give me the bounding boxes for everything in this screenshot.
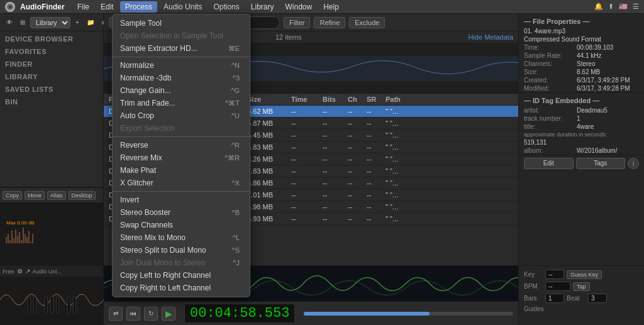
menu-stereo-mix-mono[interactable]: Stereo Mix to Mono ^L	[113, 231, 250, 244]
loop-transport-btn[interactable]: ↻	[144, 307, 158, 321]
guess-key-btn[interactable]: Guess Key	[567, 270, 602, 279]
title-value: 4ware	[577, 123, 639, 130]
samplerate-value: 44.1 kHz	[577, 52, 639, 59]
menu-open-selection: Open Selection in Sample Tool	[113, 30, 250, 42]
sidebar-section-favorites: FAVORITES	[0, 44, 103, 57]
menu-options[interactable]: Options	[208, 1, 244, 13]
svg-point-1	[9, 6, 11, 8]
hide-metadata-btn[interactable]: Hide Metadata	[468, 33, 513, 41]
menu-stereo-split-shortcut: ^S	[232, 246, 240, 254]
menu-library[interactable]: Library	[246, 1, 279, 13]
bpm-label: BPM	[524, 283, 543, 290]
tap-btn[interactable]: Tap	[573, 282, 590, 291]
menu-sample-extractor[interactable]: Sample Extractor HD... ⌘E	[113, 42, 250, 55]
menu-stereo-booster[interactable]: Stereo Booster ^B	[113, 206, 250, 219]
col-ch[interactable]: Ch	[348, 96, 367, 103]
desktop-btn[interactable]: Desktop	[69, 191, 96, 200]
piano-key-ds[interactable]	[33, 297, 36, 313]
piano-key-ds2[interactable]	[73, 297, 76, 313]
info-icon-btn[interactable]: i	[628, 158, 639, 169]
menu-change-gain-shortcut: ^G	[231, 87, 240, 94]
size-label: Size:	[524, 69, 574, 75]
sidebar-grid-btn[interactable]: ⊞	[18, 18, 28, 27]
shuffle-transport-btn[interactable]: ⇄	[109, 307, 123, 321]
export-icon[interactable]: ↗	[25, 268, 30, 275]
menu-swap-channels[interactable]: Swap Channels	[113, 219, 250, 231]
menu-invert[interactable]: Invert	[113, 194, 250, 206]
beat-label: Beat	[567, 295, 586, 302]
bpm-input[interactable]	[545, 282, 570, 291]
col-path[interactable]: Path	[386, 96, 513, 103]
menu-sample-tool[interactable]: Sample Tool	[113, 17, 250, 30]
piano-key-as[interactable]	[56, 297, 59, 313]
menu-copy-left-right[interactable]: Copy Left to Right Channel	[113, 269, 250, 282]
channels-row: Channels: Stereo	[519, 60, 644, 68]
menu-process[interactable]: Process	[120, 1, 157, 13]
filename-value: 01. 4ware.mp3	[524, 28, 639, 35]
menu-stereo-split[interactable]: Stereo Split to Dual Mono ^S	[113, 244, 250, 256]
format-row: Compressed Sound Format	[519, 35, 644, 43]
key-input[interactable]	[545, 270, 564, 279]
back-transport-btn[interactable]: ⏮	[126, 307, 140, 321]
beat-input[interactable]	[588, 294, 607, 303]
sidebar-folder-btn[interactable]: 📁	[84, 18, 97, 27]
settings-icon[interactable]: ⚙	[17, 268, 23, 275]
track-row: track number: 1	[519, 114, 644, 123]
menu-copy-right-left[interactable]: Copy Right to Left Channel	[113, 282, 250, 294]
bars-input[interactable]	[545, 294, 564, 303]
col-bits[interactable]: Bits	[323, 96, 348, 103]
app-name: AudioFinder	[20, 3, 65, 11]
play-transport-btn[interactable]: ▶	[162, 307, 175, 321]
menu-file[interactable]: File	[72, 1, 94, 13]
edit-btn[interactable]: Edit	[524, 158, 574, 169]
tags-btn[interactable]: Tags	[576, 158, 626, 169]
svg-text:Max 0.00 dB: Max 0.00 dB	[6, 220, 35, 226]
menu-reverse[interactable]: Reverse ^R	[113, 139, 250, 151]
copy-tab[interactable]: Copy	[3, 191, 22, 200]
menu-sample-tool-label: Sample Tool	[120, 19, 162, 28]
left-transport-toolbar: Free ⚙ ↗ Audio Uni...	[0, 266, 103, 277]
id-tag-title: — ID Tag Embedded —	[519, 92, 644, 106]
sidebar-plus-btn[interactable]: +	[73, 18, 82, 27]
col-sr[interactable]: SR	[367, 96, 386, 103]
created-value: 6/3/17, 3:49:28 PM	[577, 77, 639, 84]
menu-audio-units[interactable]: Audio Units	[158, 1, 207, 13]
menu-x-glitcher[interactable]: X Glitcher ^X	[113, 177, 250, 189]
piano-key-gs[interactable]	[50, 297, 53, 313]
col-time[interactable]: Time	[291, 96, 323, 103]
menu-auto-crop[interactable]: Auto Crop ^U	[113, 109, 250, 122]
filter-btn[interactable]: Filter	[284, 17, 310, 28]
title-row: title: 4ware	[519, 123, 644, 131]
key-label: Key	[524, 271, 543, 278]
piano-key-fs[interactable]	[45, 297, 48, 313]
menu-trim-fade-shortcut: ^⌘T	[225, 99, 240, 107]
refine-btn[interactable]: Refine	[314, 17, 345, 28]
piano-key-cs2[interactable]	[67, 297, 70, 313]
menu-make-phat[interactable]: Make Phat	[113, 164, 250, 177]
menu-window[interactable]: Window	[280, 1, 317, 13]
exclude-btn[interactable]: Exclude	[349, 17, 385, 28]
menu-help[interactable]: Help	[318, 1, 344, 13]
menu-change-gain[interactable]: Change Gain... ^G	[113, 84, 250, 97]
menu-normalize3db[interactable]: Normalize -3db ^3	[113, 72, 250, 84]
menu-copy-right-left-label: Copy Right to Left Channel	[120, 284, 211, 292]
track-value: 1	[577, 115, 639, 122]
progress-bar[interactable]	[304, 312, 513, 316]
key-row: Key Guess Key	[524, 270, 639, 279]
piano-key-cs[interactable]	[28, 297, 31, 313]
menu-trim-fade[interactable]: Trim and Fade... ^⌘T	[113, 97, 250, 109]
menu-change-gain-label: Change Gain...	[120, 86, 171, 95]
menu-normalize[interactable]: Normalize ^N	[113, 59, 250, 72]
size-value: 8.62 MB	[577, 69, 639, 75]
col-size[interactable]: Size	[247, 96, 291, 103]
menu-edit[interactable]: Edit	[96, 1, 119, 13]
sidebar-eye-btn[interactable]: 👁	[4, 18, 15, 27]
menu-reverse-mix[interactable]: Reverse Mix ^⌘R	[113, 151, 250, 164]
library-select[interactable]: Library	[30, 17, 70, 28]
menu-normalize3db-shortcut: ^3	[233, 74, 240, 82]
alias-tab[interactable]: Alias	[47, 191, 66, 200]
move-tab[interactable]: Move	[25, 191, 45, 200]
format-value: Compressed Sound Format	[524, 36, 639, 43]
menu-stereo-mix-mono-shortcut: ^L	[233, 234, 240, 241]
sidebar-section-saved-lists: SAVED LISTS	[0, 82, 103, 94]
